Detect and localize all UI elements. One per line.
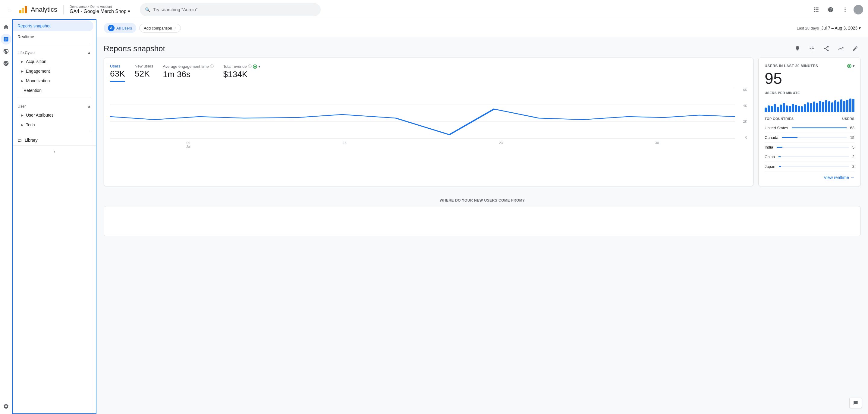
country-bar-jp [779, 166, 781, 167]
sidebar-item-retention[interactable]: Retention [13, 86, 96, 95]
sidebar-item-reports-snapshot-label: Reports snapshot [18, 24, 51, 28]
bottom-section: WHERE DO YOUR NEW USERS COME FROM? [96, 193, 868, 244]
share-icon [824, 45, 830, 52]
y-label-2k: 2K [735, 120, 747, 123]
sidebar-item-library[interactable]: 🗂 Library [13, 135, 96, 146]
settings-icon [3, 403, 9, 409]
revenue-metric-value: $134K [223, 70, 260, 79]
revenue-status[interactable]: ▾ [253, 64, 260, 69]
bar-1 [765, 107, 767, 112]
realtime-dropdown-icon: ▾ [852, 64, 855, 68]
more-button[interactable] [839, 4, 851, 16]
users-metric-value: 63K [110, 69, 125, 78]
compare-button[interactable] [835, 43, 846, 54]
bar-4 [774, 104, 776, 113]
countries-col-header: TOP COUNTRIES [765, 117, 794, 121]
customize-button[interactable] [807, 43, 817, 54]
apps-icon [813, 7, 819, 13]
y-label-0: 0 [735, 136, 747, 139]
lifecycle-collapse-icon[interactable]: ▲ [87, 50, 91, 55]
user-collapse-icon[interactable]: ▲ [87, 104, 91, 108]
back-button[interactable]: ← [5, 5, 14, 14]
nav-reports-button[interactable] [1, 34, 11, 44]
country-row-cn[interactable]: China 2 [765, 152, 855, 162]
sidebar-item-engagement[interactable]: ▶ Engagement [13, 66, 96, 76]
country-row-us[interactable]: United States 63 [765, 123, 855, 133]
all-users-avatar: A [108, 25, 115, 31]
share-button[interactable] [821, 43, 832, 54]
country-row-jp[interactable]: Japan 2 [765, 162, 855, 171]
bar-16 [810, 103, 812, 112]
sidebar-collapse-button[interactable]: ‹ [13, 146, 96, 158]
nav-explore-button[interactable] [1, 46, 11, 57]
user-attributes-chevron: ▶ [21, 114, 24, 117]
country-name-jp: Japan [765, 164, 775, 169]
sidebar-item-monetization[interactable]: ▶ Monetization [13, 76, 96, 86]
property-name[interactable]: GA4 - Google Merch Shop ▾ [70, 8, 130, 14]
edit-button[interactable] [850, 43, 861, 54]
search-bar[interactable]: 🔍 Try searching "Admin" [140, 3, 321, 16]
country-bar-us [792, 127, 846, 128]
icon-nav [0, 19, 12, 414]
search-icon: 🔍 [145, 7, 150, 12]
users-metric-label: Users [110, 64, 125, 68]
collapse-icon: ‹ [54, 150, 55, 154]
date-range-text: Jul 7 – Aug 3, 2023 [821, 26, 858, 30]
acquisition-chevron: ▶ [21, 60, 24, 63]
engagement-metric-value: 1m 36s [163, 70, 213, 79]
y-label-4k: 4K [735, 104, 747, 107]
x-label-23: 23 [499, 141, 503, 148]
bar-20 [822, 102, 824, 112]
new-users-chart-placeholder [104, 206, 861, 236]
feedback-button[interactable] [849, 398, 862, 408]
help-button[interactable] [825, 4, 837, 16]
sidebar-item-acquisition[interactable]: ▶ Acquisition [13, 57, 96, 66]
content-grid: Users 63K New users 52K Average engageme… [96, 58, 868, 193]
realtime-status-dropdown[interactable]: ▾ [847, 64, 855, 68]
all-users-badge[interactable]: A All Users [104, 23, 136, 33]
country-users-ca: 15 [850, 135, 855, 140]
bar-29 [849, 98, 851, 112]
nav-home-button[interactable] [1, 22, 11, 33]
realtime-header: USERS IN LAST 30 MINUTES ▾ [765, 64, 855, 68]
country-row-in[interactable]: India 5 [765, 142, 855, 152]
bar-6 [780, 104, 782, 112]
sidebar-item-tech[interactable]: ▶ Tech [13, 120, 96, 130]
revenue-info-icon: ⓘ [248, 64, 252, 69]
add-comparison-button[interactable]: Add comparison + [139, 24, 181, 33]
sidebar-item-user-attributes[interactable]: ▶ User Attributes [13, 110, 96, 120]
new-users-metric-label: New users [135, 64, 153, 68]
header: ← Analytics Demoverse > Demo Account GA4… [0, 0, 868, 19]
realtime-subheader: USERS PER MINUTE [765, 91, 855, 95]
back-icon: ← [7, 7, 12, 12]
sidebar: Reports snapshot Realtime Life Cycle ▲ ▶… [12, 19, 96, 414]
topbar-left: A All Users Add comparison + [104, 23, 181, 33]
avatar[interactable] [854, 5, 863, 14]
monetization-chevron: ▶ [21, 79, 24, 83]
nav-advertising-button[interactable] [1, 58, 11, 69]
svg-rect-1 [22, 8, 24, 13]
sidebar-item-realtime[interactable]: Realtime [13, 32, 96, 41]
chart-y-labels: 6K 4K 2K 0 [735, 88, 747, 139]
compare-icon [838, 45, 844, 52]
country-bar-in [777, 147, 782, 148]
lightbulb-icon [795, 45, 801, 52]
bar-21 [825, 100, 827, 112]
bar-24 [834, 100, 836, 112]
apps-button[interactable] [810, 4, 822, 16]
view-realtime-link[interactable]: View realtime → [765, 175, 855, 180]
sidebar-item-reports-snapshot[interactable]: Reports snapshot [13, 21, 93, 31]
realtime-bar-chart [765, 97, 855, 112]
bar-22 [828, 101, 830, 112]
country-users-jp: 2 [852, 164, 855, 169]
advertising-icon [3, 60, 9, 66]
svg-rect-4 [815, 7, 816, 8]
country-users-us: 63 [850, 126, 855, 130]
country-name-cn: China [765, 155, 775, 159]
revenue-dropdown-icon: ▾ [258, 64, 260, 69]
country-row-ca[interactable]: Canada 15 [765, 133, 855, 142]
insights-button[interactable] [792, 43, 803, 54]
date-range-picker[interactable]: Jul 7 – Aug 3, 2023 ▾ [821, 26, 861, 30]
nav-settings-button[interactable] [1, 401, 11, 412]
bar-19 [819, 101, 821, 113]
